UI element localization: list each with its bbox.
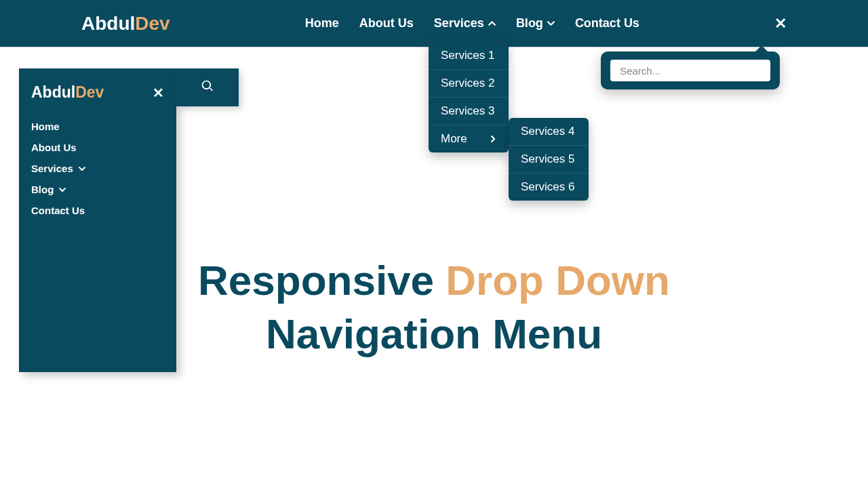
close-search-button[interactable]: ✕ — [774, 15, 787, 33]
mobile-nav-label: Home — [31, 121, 60, 132]
mobile-brand-part1: Abdul — [31, 83, 75, 101]
mobile-brand-logo[interactable]: AbdulDev — [31, 83, 104, 102]
nav-blog-label: Blog — [516, 16, 543, 30]
dropdown-item-more[interactable]: More — [429, 125, 509, 152]
mobile-search-button[interactable] — [176, 68, 239, 106]
close-icon: ✕ — [774, 15, 787, 32]
chevron-down-icon — [79, 165, 85, 172]
mobile-nav-label: About Us — [31, 142, 77, 153]
mobile-nav-label: Contact Us — [31, 205, 85, 216]
dropdown-item-label: Services 2 — [441, 77, 494, 90]
mobile-nav-label: Services — [31, 163, 73, 174]
submenu-item-services-6[interactable]: Services 6 — [509, 174, 589, 201]
submenu-item-label: Services 4 — [521, 125, 574, 138]
submenu-item-services-4[interactable]: Services 4 — [509, 118, 589, 146]
brand-logo[interactable]: AbdulDev — [81, 13, 170, 35]
brand-part1: Abdul — [81, 13, 135, 34]
services-submenu: Services 4 Services 5 Services 6 — [509, 118, 589, 201]
services-dropdown: Services 1 Services 2 Services 3 More — [429, 42, 509, 152]
chevron-down-icon — [547, 20, 555, 27]
nav-about-label: About Us — [359, 16, 414, 30]
chevron-down-icon — [59, 186, 66, 193]
mobile-nav-home[interactable]: Home — [31, 121, 164, 132]
dropdown-item-services-2[interactable]: Services 2 — [429, 70, 509, 98]
dropdown-item-label: Services 3 — [441, 104, 494, 118]
nav-blog[interactable]: Blog — [516, 16, 555, 30]
search-input[interactable] — [609, 58, 772, 83]
dropdown-item-services-3[interactable]: Services 3 — [429, 98, 509, 125]
nav-contact[interactable]: Contact Us — [575, 16, 639, 30]
nav-services-label: Services — [434, 16, 484, 30]
chevron-right-icon — [490, 136, 496, 142]
nav-contact-label: Contact Us — [575, 16, 639, 30]
hero-part2: Drop Down — [446, 257, 670, 304]
mobile-nav: Home About Us Services Blog Contact Us — [31, 121, 164, 216]
dropdown-more-label: More — [441, 132, 467, 146]
mobile-close-button[interactable]: ✕ — [153, 85, 164, 101]
nav-about[interactable]: About Us — [359, 16, 414, 30]
dropdown-item-services-1[interactable]: Services 1 — [429, 42, 509, 70]
hero-part1: Responsive — [198, 257, 446, 304]
hero-heading: Responsive Drop Down Navigation Menu — [0, 258, 868, 360]
nav-services[interactable]: Services — [434, 16, 496, 30]
top-navbar: AbdulDev Home About Us Services Blog Con… — [0, 0, 868, 47]
mobile-brand-part2: Dev — [75, 83, 104, 101]
nav-home[interactable]: Home — [305, 16, 339, 30]
submenu-item-services-5[interactable]: Services 5 — [509, 146, 589, 174]
primary-nav: Home About Us Services Blog Contact Us — [305, 16, 639, 30]
mobile-nav-blog[interactable]: Blog — [31, 184, 164, 195]
mobile-nav-services[interactable]: Services — [31, 163, 164, 174]
submenu-item-label: Services 6 — [521, 180, 574, 193]
search-popover — [601, 52, 780, 89]
chevron-up-icon — [488, 20, 496, 27]
nav-home-label: Home — [305, 16, 339, 30]
search-icon — [201, 79, 214, 96]
hero-part3: Navigation Menu — [266, 310, 602, 357]
submenu-item-label: Services 5 — [521, 152, 574, 165]
mobile-sidebar-header: AbdulDev ✕ — [31, 83, 164, 102]
dropdown-item-label: Services 1 — [441, 49, 494, 62]
brand-part2: Dev — [135, 13, 170, 34]
mobile-nav-label: Blog — [31, 184, 54, 195]
mobile-nav-about[interactable]: About Us — [31, 142, 164, 153]
close-icon: ✕ — [153, 85, 164, 100]
mobile-nav-contact[interactable]: Contact Us — [31, 205, 164, 216]
